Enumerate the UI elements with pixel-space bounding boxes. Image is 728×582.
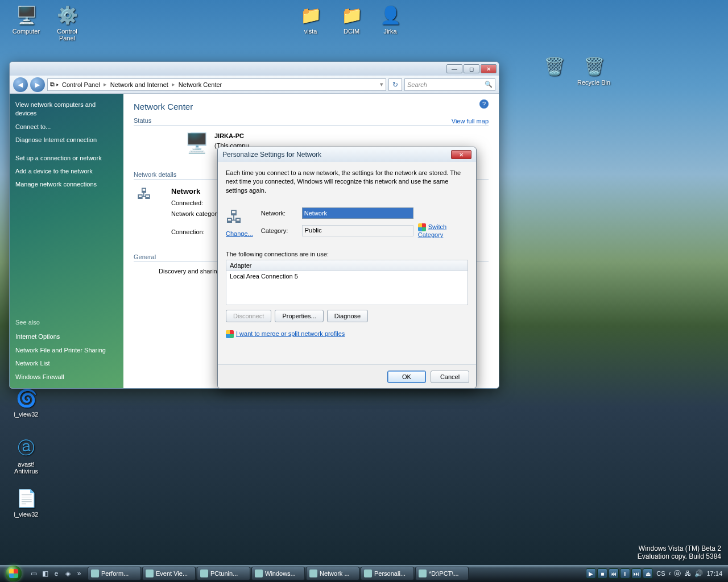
merge-profiles-link[interactable]: I want to merge or split network profile… (236, 330, 345, 337)
search-input[interactable]: Search 🔍 (404, 78, 495, 91)
task-windows[interactable]: Windows... (251, 567, 305, 580)
connections-label: The following connections are in use: (226, 251, 468, 257)
monitor-icon: 🖥️ (15, 3, 38, 26)
tray-chevron-icon[interactable]: ‹ (668, 569, 671, 577)
dialog-titlebar[interactable]: Personalize Settings for Network ✕ (218, 147, 476, 162)
tray-volume-icon[interactable]: 🔊 (694, 569, 703, 577)
breadcrumb-control-panel[interactable]: Control Panel (60, 81, 102, 88)
task-event-viewer[interactable]: Event Vie... (142, 567, 196, 580)
dialog-close-button[interactable]: ✕ (451, 150, 471, 159)
dialog-network-icon: 🖧 Change... (226, 207, 253, 237)
sidebar-connect-to[interactable]: Connect to... (15, 123, 118, 131)
ok-button[interactable]: OK (387, 371, 426, 383)
control-panel-label: Control Panel (47, 28, 88, 41)
wmp-play-icon[interactable]: ▶ (586, 568, 596, 579)
control-panel-icon[interactable]: ⚙️ Control Panel (47, 3, 88, 41)
start-button[interactable] (2, 565, 25, 582)
computer-icon[interactable]: 🖥️ Computer (6, 3, 47, 35)
wmp-eject[interactable]: ⏏ (643, 568, 653, 579)
watermark: Windows Vista (TM) Beta 2 Evaluation cop… (638, 544, 721, 560)
help-icon[interactable]: ? (479, 99, 489, 109)
avast-icon[interactable]: ⓐ avast! Antivirus (6, 436, 47, 475)
task-pct-file[interactable]: *D:\PCT\... (415, 567, 469, 580)
task-buttons: Perform... Event Vie... PCtunin... Windo… (88, 567, 582, 580)
ql-more[interactable]: » (74, 567, 84, 580)
connections-list[interactable]: Adapter Local Area Connection 5 (226, 260, 468, 305)
folder-jirka-icon[interactable]: 👤 Jirka (370, 3, 411, 35)
task-label: *D:\PCT\... (429, 570, 459, 577)
category-value: Public (302, 225, 413, 236)
adapter-header[interactable]: Adapter (226, 260, 468, 271)
task-personalize[interactable]: Personali... (361, 567, 414, 580)
minimize-button[interactable]: — (446, 64, 462, 73)
task-label: Event Vie... (156, 570, 188, 577)
sidebar-add-device[interactable]: Add a device to the network (15, 167, 118, 176)
computer-status-icon: 🖥️ (185, 131, 209, 154)
task-pctuning[interactable]: PCtunin... (197, 567, 250, 580)
ql-show-desktop[interactable]: ▭ (28, 567, 39, 580)
recycle-bin-icon[interactable]: 🗑️ Recycle Bin (573, 55, 614, 86)
task-icon (364, 569, 372, 577)
sidebar-network-list[interactable]: Network List (15, 359, 118, 368)
category-label: Network category: (171, 209, 222, 219)
folder-icon: 📁 (340, 3, 363, 26)
clock[interactable]: 17:14 (706, 570, 722, 577)
file-icon: 📄 (15, 487, 38, 509)
wmp-pause[interactable]: ⏸ (620, 568, 630, 579)
taskbar: ▭ ◧ ｅ ◈ » Perform... Event Vie... PCtuni… (0, 565, 728, 582)
task-icon (146, 569, 154, 577)
breadcrumb-network-center[interactable]: Network Center (176, 81, 224, 88)
refresh-button[interactable]: ↻ (388, 78, 402, 91)
forward-button[interactable]: ► (30, 77, 45, 92)
user-folder-icon: 👤 (379, 3, 402, 26)
iview32-icon[interactable]: 🌀 i_view32 (6, 386, 47, 418)
properties-button[interactable]: Properties... (275, 310, 323, 322)
task-label: Perform... (101, 570, 129, 577)
task-network[interactable]: Network ... (306, 567, 359, 580)
wmp-next[interactable]: ⏭ (631, 568, 642, 579)
sidebar-internet-options[interactable]: Internet Options (15, 332, 118, 341)
iview32b-icon[interactable]: 📄 i_view32 (6, 487, 47, 518)
breadcrumb-network-internet[interactable]: Network and Internet (108, 81, 171, 88)
sidebar-view-computers[interactable]: View network computers and devices (15, 101, 118, 118)
avast-label: avast! Antivirus (6, 461, 47, 475)
folder-vista-icon[interactable]: 📁 vista (290, 3, 331, 35)
ql-app[interactable]: ◈ (63, 567, 73, 580)
disconnect-button: Disconnect (226, 310, 271, 322)
close-button[interactable]: ✕ (481, 64, 497, 73)
recycle-bin-full-icon[interactable]: 🗑️ (538, 55, 570, 79)
sidebar-diagnose[interactable]: Diagnose Internet connection (15, 136, 118, 144)
tray-av-icon[interactable]: ⓐ (674, 569, 681, 579)
breadcrumb[interactable]: ⧉ ▸ Control Panel ▸ Network and Internet… (47, 78, 386, 91)
wmp-stop[interactable]: ■ (597, 568, 607, 579)
nav-bar: ◄ ► ⧉ ▸ Control Panel ▸ Network and Inte… (10, 76, 499, 94)
language-indicator[interactable]: CS (656, 570, 665, 577)
ql-switch[interactable]: ◧ (40, 567, 50, 580)
watermark-line1: Windows Vista (TM) Beta 2 (638, 544, 721, 552)
sidebar-manage-connections[interactable]: Manage network connections (15, 180, 118, 189)
tray-network-icon[interactable]: 🖧 (684, 569, 691, 577)
wmp-prev[interactable]: ⏮ (609, 568, 619, 579)
adapter-row[interactable]: Local Area Connection 5 (226, 271, 468, 281)
cancel-button[interactable]: Cancel (431, 371, 469, 383)
back-button[interactable]: ◄ (13, 77, 28, 92)
category-field-label: Category: (261, 227, 297, 234)
dialog-intro: Each time you connect to a new network, … (226, 169, 468, 195)
maximize-button[interactable]: ◻ (464, 64, 479, 73)
recycle-bin-label: Recycle Bin (573, 79, 614, 86)
iview32-label: i_view32 (6, 411, 47, 418)
view-full-map-link[interactable]: View full map (452, 118, 489, 124)
task-performance[interactable]: Perform... (88, 567, 141, 580)
network-name-input[interactable] (302, 207, 413, 219)
computer-label: Computer (6, 28, 47, 35)
sidebar-setup-connection[interactable]: Set up a connection or network (15, 154, 118, 163)
sidebar-file-printer-sharing[interactable]: Network File and Printer Sharing (15, 346, 118, 355)
dialog-title: Personalize Settings for Network (222, 151, 321, 159)
diagnose-button[interactable]: Diagnose (327, 310, 368, 322)
ql-ie[interactable]: ｅ (51, 567, 61, 580)
sidebar-windows-firewall[interactable]: Windows Firewall (15, 373, 118, 381)
change-icon-link[interactable]: Change... (226, 230, 253, 237)
task-label: PCtunin... (210, 570, 238, 577)
folder-dcim-icon[interactable]: 📁 DCIM (331, 3, 372, 35)
window-titlebar[interactable]: — ◻ ✕ (10, 62, 499, 76)
